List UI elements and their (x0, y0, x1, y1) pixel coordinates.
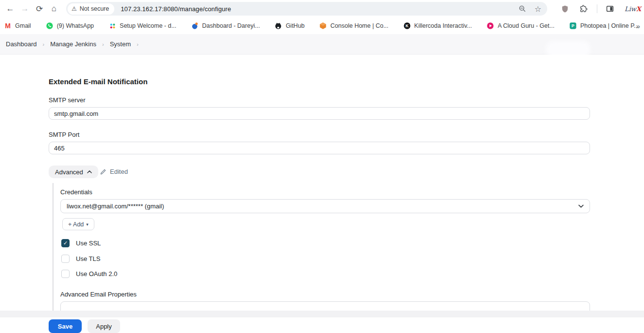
back-icon: ← (6, 4, 15, 14)
edited-badge: Edited (100, 168, 128, 175)
toolbar-divider (597, 4, 597, 13)
extensions-icon[interactable] (576, 2, 590, 16)
breadcrumb-dashboard[interactable]: Dashboard (3, 38, 40, 50)
profile-avatar[interactable]: LiwX (625, 5, 641, 13)
advanced-toggle-button[interactable]: Advanced (49, 166, 98, 178)
system-config-form: Extended E-mail Notification SMTP server… (0, 55, 644, 311)
add-credentials-button[interactable]: + Add ▾ (62, 218, 94, 230)
zoom-out-icon[interactable] (516, 2, 529, 15)
caret-down-icon: ▾ (86, 222, 89, 227)
bookmark-killercoda[interactable]: K Killercoda Interactiv... (403, 22, 472, 30)
bookmark-label: Setup Welcome - d... (120, 22, 177, 29)
whatsapp-icon (46, 22, 54, 30)
check-icon: ✓ (63, 271, 68, 277)
aws-icon (319, 22, 327, 30)
chevron-right-icon: › (137, 41, 139, 47)
add-label: + Add (68, 221, 84, 228)
bottom-bar-fade (0, 311, 644, 317)
bookmark-label: Dashboard - Dareyi... (202, 22, 260, 29)
bookmark-photopea[interactable]: P Photopea | Online P... (569, 22, 639, 30)
bookmark-acloudguru[interactable]: A Cloud Guru - Get... (486, 22, 555, 30)
profile-x: X (636, 5, 641, 13)
chevron-down-icon (578, 204, 584, 208)
back-button[interactable]: ← (3, 1, 18, 16)
edited-label: Edited (110, 168, 128, 175)
check-icon: ✓ (63, 240, 68, 246)
checkbox-label: Use SSL (76, 240, 101, 247)
home-button[interactable]: ⌂ (47, 1, 61, 16)
breadcrumb-system[interactable]: System (107, 38, 134, 50)
bookmark-star-icon[interactable]: ☆ (532, 2, 544, 15)
checkbox-label: Use TLS (76, 255, 100, 262)
bookmark-aws-console[interactable]: Console Home | Co... (319, 22, 388, 30)
github-icon (274, 22, 282, 30)
bookmark-whatsapp[interactable]: (9) WhatsApp (46, 22, 94, 30)
forward-icon: → (21, 4, 29, 14)
use-tls-checkbox[interactable]: ✓ Use TLS (61, 255, 100, 263)
slack-icon (108, 22, 116, 30)
address-bar[interactable]: ⚠ Not secure 107.23.162.17:8080/manage/c… (66, 2, 547, 16)
bookmark-label: A Cloud Guru - Get... (498, 22, 555, 29)
apply-button[interactable]: Apply (88, 319, 120, 333)
bookmark-github[interactable]: GitHub (274, 22, 304, 30)
checkbox-label: Use OAuth 2.0 (76, 270, 117, 278)
forward-button[interactable]: → (18, 1, 32, 16)
bookmark-label: Killercoda Interactiv... (414, 22, 472, 29)
checkbox-box: ✓ (61, 255, 70, 263)
credentials-selected-value: liwox.net@gmail.com/****** (gmail) (67, 203, 578, 210)
checkbox-box: ✓ (61, 239, 70, 247)
save-button[interactable]: Save (49, 319, 82, 333)
chevron-right-icon: › (102, 41, 104, 47)
bookmark-label: Console Home | Co... (330, 22, 388, 29)
advanced-email-properties-label: Advanced Email Properties (60, 291, 137, 298)
photopea-icon: P (569, 22, 577, 30)
use-ssl-checkbox[interactable]: ✓ Use SSL (61, 239, 101, 247)
svg-text:K: K (405, 23, 409, 28)
chevron-right-icon: › (43, 41, 45, 47)
bookmarks-bar: M Gmail (9) WhatsApp Setup Welcome - d..… (0, 18, 644, 34)
home-icon: ⌂ (52, 4, 56, 14)
smtp-server-input[interactable] (49, 107, 590, 120)
bottom-app-bar: Save Apply (0, 317, 644, 333)
bookmark-label: (9) WhatsApp (57, 22, 94, 29)
section-indent-line (53, 183, 54, 311)
smtp-port-label: SMTP Port (49, 131, 79, 138)
browser-toolbar: ← → ⟳ ⌂ ⚠ Not secure 107.23.162.17:8080/… (0, 0, 644, 18)
credentials-select[interactable]: liwox.net@gmail.com/****** (gmail) (60, 199, 590, 213)
not-secure-chip[interactable]: ⚠ Not secure (68, 3, 114, 15)
chevron-up-icon (87, 170, 92, 173)
bookmark-label: Gmail (15, 22, 31, 29)
side-panel-icon[interactable] (603, 2, 617, 16)
section-title: Extended E-mail Notification (49, 77, 147, 86)
check-icon: ✓ (63, 256, 68, 262)
jenkins-icon (191, 22, 199, 30)
security-label: Not secure (80, 5, 109, 12)
bookmark-slack[interactable]: Setup Welcome - d... (108, 22, 177, 30)
profile-name: Liw (625, 5, 636, 13)
gmail-icon: M (4, 22, 12, 30)
bookmark-label: Photopea | Online P... (580, 22, 639, 29)
bookmarks-overflow-chevron[interactable]: » (636, 22, 640, 30)
credentials-label: Credentials (60, 188, 92, 196)
use-oauth-checkbox[interactable]: ✓ Use OAuth 2.0 (61, 270, 117, 278)
acloudguru-icon (486, 22, 494, 30)
smtp-server-label: SMTP server (49, 96, 86, 104)
breadcrumb-manage-jenkins[interactable]: Manage Jenkins (47, 38, 99, 50)
checkbox-box: ✓ (61, 270, 70, 278)
bookmark-jenkins-dashboard[interactable]: Dashboard - Dareyi... (191, 22, 260, 30)
shield-icon[interactable] (558, 2, 572, 16)
bookmark-label: GitHub (286, 22, 304, 29)
reload-button[interactable]: ⟳ (32, 1, 47, 16)
reload-icon: ⟳ (36, 4, 43, 14)
killercoda-icon: K (403, 22, 411, 30)
warning-icon: ⚠ (72, 6, 77, 12)
pencil-icon (100, 168, 107, 175)
bookmark-gmail[interactable]: M Gmail (4, 22, 31, 30)
smtp-port-input[interactable] (49, 142, 590, 154)
url-text: 107.23.162.17:8080/manage/configure (121, 5, 231, 13)
browser-window: ← → ⟳ ⌂ ⚠ Not secure 107.23.162.17:8080/… (0, 0, 644, 333)
svg-text:P: P (572, 23, 574, 28)
advanced-label: Advanced (55, 168, 83, 176)
